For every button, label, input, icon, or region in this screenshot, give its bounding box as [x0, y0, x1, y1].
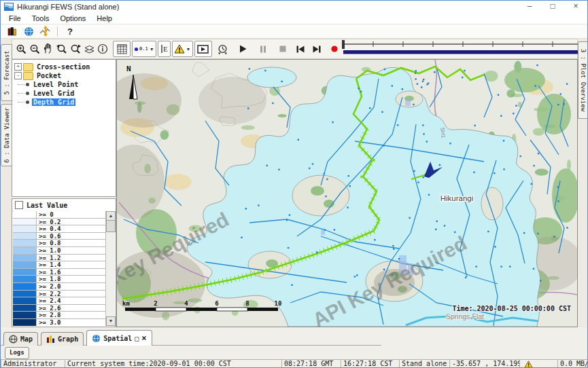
legend-row-label: >= 2.8: [37, 312, 106, 319]
tree-item-level-point[interactable]: Level Point: [12, 80, 116, 89]
pause-button[interactable]: [256, 41, 270, 56]
step-forward-button[interactable]: [310, 41, 324, 56]
zoom-out-icon[interactable]: [28, 41, 41, 56]
last-value-checkbox[interactable]: [15, 201, 23, 209]
legend-row: >= 0.4: [13, 225, 106, 233]
map-time-label: Time: 2020-08-25 00:00:00 CST: [452, 305, 571, 312]
map-globe-icon[interactable]: [20, 25, 37, 38]
classbreaks-value: 0.1: [139, 46, 148, 52]
menu-file[interactable]: File: [3, 13, 27, 24]
tree-item-cross-section[interactable]: +Cross-section: [12, 62, 116, 71]
legend-color-swatch: [13, 225, 37, 233]
legend-row: >= 1.2: [13, 255, 106, 262]
tab-map[interactable]: Map: [3, 332, 38, 346]
area-label: Springs Flat: [446, 312, 484, 320]
scale-tick-label: 2: [154, 300, 157, 307]
play-button[interactable]: [237, 41, 250, 56]
tree-expander-icon[interactable]: +: [14, 63, 22, 71]
layer-tree-panel: +Cross-section-PocketLevel PointLevel Gr…: [12, 59, 116, 197]
legend-scrollbar[interactable]: ▲ ▼: [105, 211, 115, 326]
record-button[interactable]: [328, 41, 341, 56]
legend-row: >= 0.6: [13, 233, 106, 240]
explorer-icon[interactable]: [4, 25, 20, 38]
legend-color-swatch: [13, 247, 37, 255]
menu-tools[interactable]: Tools: [27, 13, 55, 24]
legend-row: >= 1.6: [13, 269, 106, 276]
tab-graph-label: Graph: [58, 335, 78, 343]
tab-plot-overview[interactable]: 3 : Plot Overview: [578, 41, 588, 119]
tab-data-viewer[interactable]: 6 : Data Viewer: [1, 104, 12, 166]
legend-row: >= 2.4: [13, 297, 106, 305]
thresholds-dropdown[interactable]: ▼: [172, 41, 193, 57]
legend-color-swatch: [13, 233, 37, 240]
tab-graph[interactable]: Graph: [41, 332, 84, 346]
tab-spatial[interactable]: Spatial □ ×: [86, 330, 152, 346]
scale-tick-label: 10: [275, 300, 282, 307]
tree-item-depth-grid[interactable]: Depth Grid: [12, 98, 116, 107]
status-bar: Administrator Current system time:2020-0…: [1, 359, 588, 368]
legend-row-label: >= 2.0: [37, 283, 106, 291]
tree-item-label: Level Point: [32, 81, 80, 88]
scroll-down-icon[interactable]: ▼: [106, 316, 116, 326]
time-slider-thumb: [342, 40, 345, 49]
zoom-next-icon[interactable]: [69, 41, 82, 56]
svg-text:km: km: [122, 300, 130, 307]
title-bar: Hikurangi FEWS (Stand alone) – □ ×: [1, 1, 587, 13]
zoom-in-icon[interactable]: [14, 41, 28, 56]
legend-row-label: >= 1.8: [37, 276, 106, 283]
help-button[interactable]: ?: [62, 25, 78, 38]
legend-color-swatch: [13, 291, 37, 298]
time-slider[interactable]: [341, 39, 587, 58]
layers-icon[interactable]: [82, 41, 96, 56]
pan-hand-icon[interactable]: [41, 41, 55, 56]
app-logo-icon: [4, 3, 14, 11]
town-label: Hikurangi: [440, 194, 474, 202]
status-warning[interactable]: [519, 359, 558, 368]
restore-pane-icon[interactable]: □: [135, 335, 139, 342]
scroll-up-icon[interactable]: ▲: [106, 211, 116, 221]
maximize-button[interactable]: □: [541, 1, 564, 13]
minimize-button[interactable]: –: [518, 1, 541, 13]
grid-display-button[interactable]: [113, 41, 131, 57]
stop-button[interactable]: [276, 41, 290, 56]
scalebar-button[interactable]: E: [158, 41, 171, 57]
tab-forecast[interactable]: 5 : Forecast: [1, 44, 12, 101]
legend-row-label: >= 2.6: [37, 305, 106, 312]
tree-item-label: Level Grid: [32, 90, 75, 97]
tree-item-label: Cross-section: [35, 63, 91, 71]
legend-color-swatch: [13, 312, 37, 319]
legend-row-label: >= 1.2: [37, 255, 106, 262]
chevron-down-icon: ▼: [150, 47, 154, 52]
status-user: Administrator: [1, 359, 65, 368]
menu-options[interactable]: Options: [54, 13, 91, 24]
globe-icon: [92, 334, 101, 343]
legend-row-label: >= 2.4: [37, 297, 106, 305]
tree-expander-icon[interactable]: -: [14, 72, 22, 79]
legend-header: Last Value: [12, 199, 116, 212]
logs-button[interactable]: Logs: [5, 347, 29, 359]
tree-item-pocket[interactable]: -Pocket: [12, 71, 116, 80]
close-tab-icon[interactable]: ×: [141, 333, 146, 343]
left-tab-strip: 5 : Forecast 6 : Data Viewer: [1, 39, 12, 327]
window-title: Hikurangi FEWS (Stand alone): [17, 3, 119, 11]
menu-help[interactable]: Help: [91, 13, 118, 24]
legend-color-swatch: [13, 269, 37, 276]
step-back-button[interactable]: [294, 41, 307, 56]
tree-connector: [18, 93, 24, 94]
legend-row-label: >= 1.6: [37, 269, 106, 276]
classbreaks-dropdown[interactable]: 0.1 ▼: [132, 41, 156, 57]
tree-item-level-grid[interactable]: Level Grid: [12, 89, 116, 98]
map-canvas[interactable]: SH1 Hikurangi Springs Flat API Key Requi…: [116, 59, 578, 327]
timeseries-dialog-icon[interactable]: [37, 25, 53, 38]
legend-row: >= 2.8: [13, 312, 106, 319]
zoom-previous-icon[interactable]: [55, 41, 69, 56]
legend-color-swatch: [13, 261, 37, 269]
time-step-clock-icon[interactable]: [216, 41, 230, 56]
legend-color-swatch: [13, 211, 37, 219]
scrollbar-thumb[interactable]: [106, 220, 116, 232]
info-icon[interactable]: [96, 41, 109, 56]
animation-movie-button[interactable]: [194, 41, 212, 57]
tab-forecast-label: 5 : Forecast: [2, 45, 12, 100]
wireframe-globe-icon: [9, 335, 18, 344]
close-button[interactable]: ×: [564, 1, 587, 13]
